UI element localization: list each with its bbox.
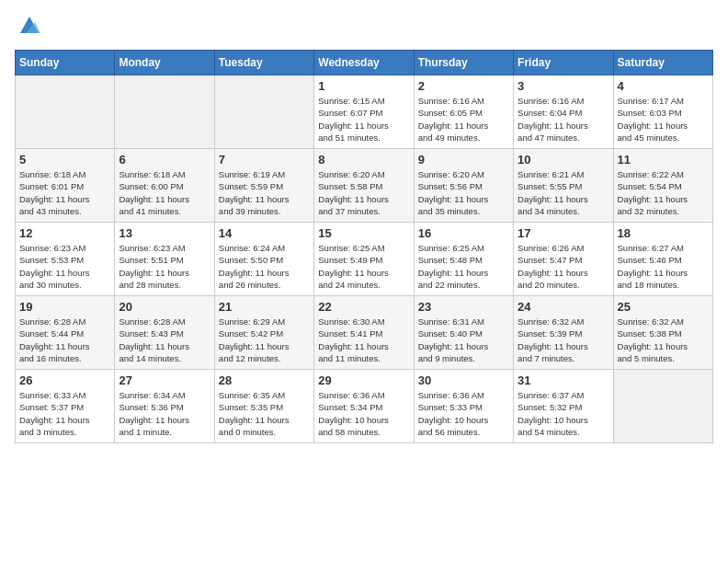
day-info: Sunrise: 6:34 AMSunset: 5:36 PMDaylight:… (119, 389, 210, 438)
logo-icon (17, 13, 42, 39)
calendar-table: SundayMondayTuesdayWednesdayThursdayFrid… (15, 50, 713, 443)
day-info: Sunrise: 6:25 AMSunset: 5:48 PMDaylight:… (418, 242, 509, 291)
day-cell: 24Sunrise: 6:32 AMSunset: 5:39 PMDayligh… (514, 296, 613, 370)
col-header-monday: Monday (115, 51, 214, 75)
day-cell: 9Sunrise: 6:20 AMSunset: 5:56 PMDaylight… (414, 149, 513, 223)
day-info: Sunrise: 6:36 AMSunset: 5:34 PMDaylight:… (318, 389, 409, 438)
day-cell: 18Sunrise: 6:27 AMSunset: 5:46 PMDayligh… (613, 223, 712, 296)
day-info: Sunrise: 6:21 AMSunset: 5:55 PMDaylight:… (518, 168, 609, 217)
day-cell: 11Sunrise: 6:22 AMSunset: 5:54 PMDayligh… (613, 149, 712, 223)
day-number: 27 (119, 373, 210, 387)
day-info: Sunrise: 6:23 AMSunset: 5:53 PMDaylight:… (19, 242, 110, 291)
day-cell: 17Sunrise: 6:26 AMSunset: 5:47 PMDayligh… (514, 223, 613, 296)
day-cell: 8Sunrise: 6:20 AMSunset: 5:58 PMDaylight… (314, 149, 414, 223)
day-info: Sunrise: 6:32 AMSunset: 5:39 PMDaylight:… (518, 316, 609, 364)
col-header-friday: Friday (514, 51, 613, 75)
col-header-saturday: Saturday (613, 51, 712, 75)
calendar-container: SundayMondayTuesdayWednesdayThursdayFrid… (0, 0, 728, 453)
day-number: 19 (19, 300, 110, 314)
week-row-4: 19Sunrise: 6:28 AMSunset: 5:44 PMDayligh… (16, 296, 713, 370)
day-number: 21 (219, 300, 310, 314)
day-info: Sunrise: 6:22 AMSunset: 5:54 PMDaylight:… (618, 168, 709, 217)
day-info: Sunrise: 6:31 AMSunset: 5:40 PMDaylight:… (418, 316, 509, 364)
day-cell: 20Sunrise: 6:28 AMSunset: 5:43 PMDayligh… (115, 296, 214, 370)
day-number: 29 (318, 373, 409, 387)
day-cell: 29Sunrise: 6:36 AMSunset: 5:34 PMDayligh… (314, 370, 414, 443)
day-cell: 7Sunrise: 6:19 AMSunset: 5:59 PMDaylight… (214, 149, 313, 223)
day-info: Sunrise: 6:37 AMSunset: 5:32 PMDaylight:… (518, 389, 609, 438)
day-number: 10 (518, 153, 609, 167)
day-info: Sunrise: 6:20 AMSunset: 5:56 PMDaylight:… (418, 168, 509, 217)
day-number: 12 (19, 226, 110, 240)
day-cell: 21Sunrise: 6:29 AMSunset: 5:42 PMDayligh… (214, 296, 313, 370)
day-number: 3 (518, 79, 609, 93)
day-number: 31 (518, 373, 609, 387)
day-number: 23 (418, 300, 509, 314)
day-cell: 10Sunrise: 6:21 AMSunset: 5:55 PMDayligh… (514, 149, 613, 223)
day-info: Sunrise: 6:36 AMSunset: 5:33 PMDaylight:… (418, 389, 509, 438)
day-info: Sunrise: 6:19 AMSunset: 5:59 PMDaylight:… (219, 168, 310, 217)
day-number: 5 (19, 153, 110, 167)
day-info: Sunrise: 6:29 AMSunset: 5:42 PMDaylight:… (219, 316, 310, 364)
day-number: 9 (418, 153, 509, 167)
day-number: 14 (219, 226, 310, 240)
day-cell: 1Sunrise: 6:15 AMSunset: 6:07 PMDaylight… (314, 75, 414, 149)
day-cell (214, 75, 313, 149)
day-number: 13 (119, 226, 210, 240)
day-info: Sunrise: 6:26 AMSunset: 5:47 PMDaylight:… (518, 242, 609, 291)
day-number: 30 (418, 373, 509, 387)
day-cell: 12Sunrise: 6:23 AMSunset: 5:53 PMDayligh… (16, 223, 115, 296)
day-number: 16 (418, 226, 509, 240)
day-number: 18 (618, 226, 709, 240)
day-number: 25 (618, 300, 709, 314)
day-info: Sunrise: 6:16 AMSunset: 6:05 PMDaylight:… (418, 95, 509, 144)
day-cell: 26Sunrise: 6:33 AMSunset: 5:37 PMDayligh… (16, 370, 115, 443)
day-cell: 23Sunrise: 6:31 AMSunset: 5:40 PMDayligh… (414, 296, 513, 370)
week-row-1: 1Sunrise: 6:15 AMSunset: 6:07 PMDaylight… (16, 75, 713, 149)
day-number: 11 (618, 153, 709, 167)
day-cell: 22Sunrise: 6:30 AMSunset: 5:41 PMDayligh… (314, 296, 414, 370)
week-row-3: 12Sunrise: 6:23 AMSunset: 5:53 PMDayligh… (16, 223, 713, 296)
header-row: SundayMondayTuesdayWednesdayThursdayFrid… (16, 51, 713, 75)
col-header-sunday: Sunday (16, 51, 115, 75)
day-info: Sunrise: 6:27 AMSunset: 5:46 PMDaylight:… (618, 242, 709, 291)
day-info: Sunrise: 6:32 AMSunset: 5:38 PMDaylight:… (618, 316, 709, 364)
day-cell: 2Sunrise: 6:16 AMSunset: 6:05 PMDaylight… (414, 75, 513, 149)
day-number: 28 (219, 373, 310, 387)
day-number: 7 (219, 153, 310, 167)
day-cell: 15Sunrise: 6:25 AMSunset: 5:49 PMDayligh… (314, 223, 414, 296)
header (15, 15, 713, 39)
day-info: Sunrise: 6:30 AMSunset: 5:41 PMDaylight:… (318, 316, 409, 364)
day-cell: 13Sunrise: 6:23 AMSunset: 5:51 PMDayligh… (115, 223, 214, 296)
logo (15, 15, 42, 39)
day-number: 26 (19, 373, 110, 387)
day-info: Sunrise: 6:17 AMSunset: 6:03 PMDaylight:… (618, 95, 709, 144)
day-cell (613, 370, 712, 443)
day-info: Sunrise: 6:25 AMSunset: 5:49 PMDaylight:… (318, 242, 409, 291)
day-cell (115, 75, 214, 149)
day-number: 8 (318, 153, 409, 167)
day-info: Sunrise: 6:33 AMSunset: 5:37 PMDaylight:… (19, 389, 110, 438)
day-number: 2 (418, 79, 509, 93)
day-info: Sunrise: 6:15 AMSunset: 6:07 PMDaylight:… (318, 95, 409, 144)
day-number: 17 (518, 226, 609, 240)
day-cell: 19Sunrise: 6:28 AMSunset: 5:44 PMDayligh… (16, 296, 115, 370)
day-cell: 27Sunrise: 6:34 AMSunset: 5:36 PMDayligh… (115, 370, 214, 443)
day-cell: 6Sunrise: 6:18 AMSunset: 6:00 PMDaylight… (115, 149, 214, 223)
day-cell: 16Sunrise: 6:25 AMSunset: 5:48 PMDayligh… (414, 223, 513, 296)
day-cell: 5Sunrise: 6:18 AMSunset: 6:01 PMDaylight… (16, 149, 115, 223)
day-cell: 3Sunrise: 6:16 AMSunset: 6:04 PMDaylight… (514, 75, 613, 149)
day-number: 1 (318, 79, 409, 93)
day-info: Sunrise: 6:35 AMSunset: 5:35 PMDaylight:… (219, 389, 310, 438)
day-number: 22 (318, 300, 409, 314)
col-header-tuesday: Tuesday (214, 51, 313, 75)
col-header-thursday: Thursday (414, 51, 513, 75)
day-info: Sunrise: 6:28 AMSunset: 5:44 PMDaylight:… (19, 316, 110, 364)
day-info: Sunrise: 6:18 AMSunset: 6:01 PMDaylight:… (19, 168, 110, 217)
day-cell: 25Sunrise: 6:32 AMSunset: 5:38 PMDayligh… (613, 296, 712, 370)
day-info: Sunrise: 6:28 AMSunset: 5:43 PMDaylight:… (119, 316, 210, 364)
day-cell: 30Sunrise: 6:36 AMSunset: 5:33 PMDayligh… (414, 370, 513, 443)
day-info: Sunrise: 6:20 AMSunset: 5:58 PMDaylight:… (318, 168, 409, 217)
day-cell: 31Sunrise: 6:37 AMSunset: 5:32 PMDayligh… (514, 370, 613, 443)
day-cell: 14Sunrise: 6:24 AMSunset: 5:50 PMDayligh… (214, 223, 313, 296)
